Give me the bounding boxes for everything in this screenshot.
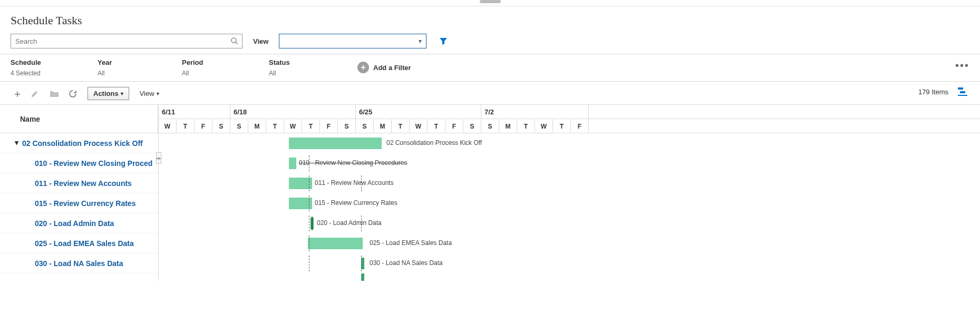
task-link[interactable]: 020 - Load Admin Data <box>35 219 114 228</box>
top-drag-handle[interactable] <box>0 0 980 6</box>
add-filter-label: Add a Filter <box>373 64 411 72</box>
actions-button[interactable]: Actions ▾ <box>88 87 129 100</box>
gantt-row <box>159 273 980 281</box>
filter-period-value: All <box>182 70 269 77</box>
day-header: F <box>445 119 463 133</box>
gantt-dependency-tick <box>309 175 309 191</box>
expand-icon[interactable]: ▶ <box>14 141 20 145</box>
day-header: T <box>302 119 320 133</box>
gantt-dependency-tick <box>309 236 309 251</box>
view-menu-button[interactable]: View ▾ <box>137 87 162 100</box>
search-icon[interactable] <box>230 37 239 45</box>
day-header: T <box>266 119 284 133</box>
gantt-view-icon[interactable] <box>956 85 969 99</box>
tree-row[interactable]: 030 - Load NA Sales Data <box>0 253 158 273</box>
edit-icon[interactable] <box>31 90 42 98</box>
day-header: S <box>463 119 481 133</box>
svg-line-1 <box>236 42 238 44</box>
gantt-bar[interactable] <box>289 158 296 169</box>
day-header: W <box>159 119 177 133</box>
filter-period-label: Period <box>182 58 269 66</box>
svg-point-0 <box>231 38 236 43</box>
search-input[interactable] <box>11 34 226 48</box>
day-header: T <box>177 119 195 133</box>
svg-rect-3 <box>960 91 965 93</box>
tree-row[interactable]: ▶02 Consolidation Process Kick Off <box>0 133 158 153</box>
day-header: S <box>212 119 230 133</box>
day-header: W <box>410 119 428 133</box>
caret-down-icon: ▾ <box>157 91 159 96</box>
overflow-menu-icon[interactable]: ••• <box>955 60 969 72</box>
week-header: 6/18 <box>230 105 356 119</box>
task-tree-pane: Name ▶02 Consolidation Process Kick Off0… <box>0 105 158 281</box>
actions-button-label: Actions <box>93 90 119 97</box>
filter-year-value: All <box>98 70 182 77</box>
day-header: T <box>392 119 410 133</box>
gantt-row: 025 - Load EMEA Sales Data <box>159 233 980 253</box>
tree-row[interactable]: 025 - Load EMEA Sales Data <box>0 233 158 253</box>
filter-year-label: Year <box>98 58 182 66</box>
task-link[interactable]: 02 Consolidation Process Kick Off <box>22 139 143 148</box>
page-title: Schedule Tasks <box>11 14 980 27</box>
filter-period[interactable]: Period All <box>182 58 269 77</box>
gantt-row: 011 - Review New Accounts <box>159 173 980 193</box>
gantt-bar-label: 030 - Load NA Sales Data <box>370 259 443 267</box>
caret-down-icon: ▾ <box>121 91 123 96</box>
chevron-down-icon: ▾ <box>419 37 422 45</box>
day-header: S <box>481 119 499 133</box>
gantt-dependency-tick <box>361 256 362 271</box>
folder-icon[interactable] <box>50 90 61 97</box>
funnel-filter-icon[interactable] <box>437 37 448 45</box>
gantt-bar[interactable] <box>308 238 363 249</box>
gantt-row: 020 - Load Admin Data <box>159 213 980 233</box>
task-link[interactable]: 010 - Review New Closing Proced <box>35 159 152 168</box>
gantt-bar-label: 02 Consolidation Process Kick Off <box>386 139 482 146</box>
refresh-icon[interactable] <box>69 90 80 98</box>
filter-status[interactable]: Status All <box>269 58 353 77</box>
day-header: S <box>338 119 356 133</box>
day-header: T <box>428 119 445 133</box>
add-filter-button[interactable]: + Add a Filter <box>357 62 411 73</box>
day-header: M <box>499 119 517 133</box>
tree-row[interactable]: 010 - Review New Closing Proced <box>0 153 158 173</box>
day-header: T <box>517 119 535 133</box>
filter-status-value: All <box>269 70 353 77</box>
day-header: W <box>284 119 302 133</box>
day-header: S <box>230 119 248 133</box>
gantt-bar-label: 025 - Load EMEA Sales Data <box>370 239 452 247</box>
tree-column-header[interactable]: Name <box>0 105 158 133</box>
gantt-dependency-tick <box>309 256 309 271</box>
task-link[interactable]: 030 - Load NA Sales Data <box>35 259 123 268</box>
task-link[interactable]: 015 - Review Currency Rates <box>35 199 135 208</box>
svg-rect-2 <box>958 87 963 90</box>
gantt-dependency-tick <box>309 195 309 211</box>
tree-row[interactable]: 015 - Review Currency Rates <box>0 193 158 213</box>
task-link[interactable]: 025 - Load EMEA Sales Data <box>35 239 134 248</box>
task-link[interactable]: 011 - Review New Accounts <box>35 179 132 188</box>
search-input-wrapper[interactable] <box>11 34 242 48</box>
day-header: F <box>320 119 338 133</box>
filter-year[interactable]: Year All <box>98 58 182 77</box>
gantt-bar[interactable] <box>289 138 382 149</box>
gantt-row: 015 - Review Currency Rates <box>159 193 980 213</box>
day-header: T <box>553 119 571 133</box>
gantt-row: 010 - Review New Closing Procedures <box>159 153 980 173</box>
filter-schedule-value: 4 Selected <box>11 70 98 77</box>
week-header: 6/25 <box>356 105 481 119</box>
day-header: F <box>195 119 212 133</box>
day-header: W <box>535 119 553 133</box>
week-header: 6/11 <box>159 105 230 119</box>
filter-bar: Schedule 4 Selected Year All Period All … <box>0 54 980 82</box>
add-icon[interactable]: ＋ <box>12 87 23 100</box>
view-label: View <box>253 37 268 45</box>
view-menu-label: View <box>140 90 154 97</box>
filter-schedule[interactable]: Schedule 4 Selected <box>11 58 98 77</box>
gantt-marker <box>312 217 313 230</box>
view-select[interactable]: ▾ <box>279 34 426 48</box>
tree-row[interactable]: 020 - Load Admin Data <box>0 213 158 233</box>
tree-row[interactable]: 011 - Review New Accounts <box>0 173 158 193</box>
gantt-bar-label: 015 - Review Currency Rates <box>315 199 397 207</box>
gantt-bar[interactable] <box>361 273 364 281</box>
week-header: 7/2 <box>481 105 589 119</box>
gantt-bar-label: 020 - Load Admin Data <box>317 219 382 227</box>
